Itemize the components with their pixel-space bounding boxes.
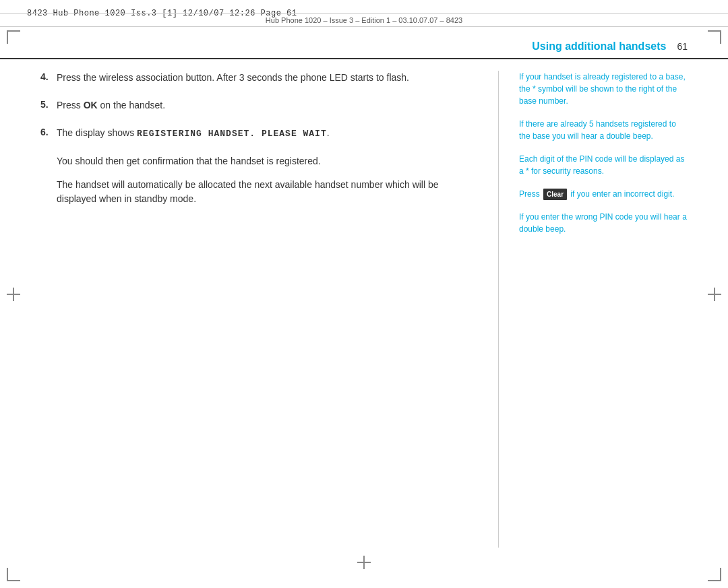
main-content: 4. Press the wireless association button… [40, 71, 688, 548]
clear-button-inline: Clear [543, 189, 567, 200]
crosshair-left [7, 288, 20, 301]
step-5-prefix: Press [57, 100, 84, 110]
step-6: 6. The display shows REGISTERING HANDSET… [40, 126, 471, 141]
step-5-suffix: on the handset. [98, 100, 165, 110]
note-2: If there are already 5 handsets register… [519, 118, 688, 142]
right-column: If your handset is already registered to… [499, 71, 688, 548]
step-6-content: The display shows REGISTERING HANDSET. P… [57, 126, 471, 141]
step-6-prefix: The display shows [57, 127, 137, 138]
step-5-ok: OK [84, 100, 98, 110]
step-4: 4. Press the wireless association button… [40, 71, 471, 85]
step-5-number: 5. [40, 99, 57, 110]
step-6-mono: REGISTERING HANDSET. PLEASE WAIT [137, 129, 327, 139]
header-bar: 8423 Hub Phone 1020 Iss.3 [1] 12/10/07 1… [0, 0, 728, 27]
header-sub-text: Hub Phone 1020 – Issue 3 – Edition 1 – 0… [0, 13, 728, 24]
sub-paragraph-2: The handset will automatically be alloca… [57, 178, 471, 206]
sub-paragraph-1: You should then get confirmation that th… [57, 154, 471, 168]
step-5: 5. Press OK on the handset. [40, 98, 471, 112]
corner-mark-bottom-right [708, 568, 721, 581]
step-5-content: Press OK on the handset. [57, 98, 471, 112]
step-6-suffix: . [327, 127, 330, 138]
page-number: 61 [677, 41, 688, 52]
step-4-content: Press the wireless association button. A… [57, 71, 471, 85]
corner-mark-bottom-left [7, 568, 20, 581]
note-5: If you enter the wrong PIN code you will… [519, 211, 688, 235]
note-4: Press Clear if you enter an incorrect di… [519, 188, 688, 200]
page-title-bar: Using additional handsets 61 [0, 40, 728, 59]
page-title: Using additional handsets [532, 40, 666, 53]
crosshair-right [708, 288, 721, 301]
crosshair-bottom [357, 556, 371, 569]
step-6-number: 6. [40, 127, 57, 137]
page-container: 8423 Hub Phone 1020 Iss.3 [1] 12/10/07 1… [0, 0, 728, 588]
note-4-suffix: if you enter an incorrect digit. [568, 189, 674, 199]
step-4-number: 4. [40, 71, 57, 82]
note-4-prefix: Press [519, 189, 542, 199]
note-3: Each digit of the PIN code will be displ… [519, 153, 688, 177]
left-column: 4. Press the wireless association button… [40, 71, 499, 548]
note-1: If your handset is already registered to… [519, 71, 688, 107]
